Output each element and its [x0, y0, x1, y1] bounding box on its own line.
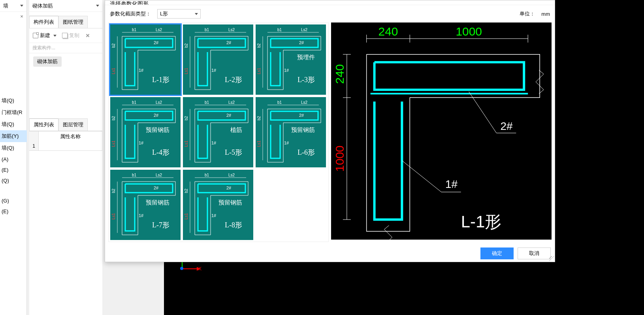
shape-thumbnail[interactable]: b1 Ls2 b2 Ls1 1# 2# L-8形预留钢筋	[183, 170, 253, 240]
svg-text:Ls1: Ls1	[184, 140, 188, 147]
svg-text:2#: 2#	[154, 40, 159, 45]
svg-text:1#: 1#	[139, 213, 144, 218]
svg-text:2#: 2#	[154, 186, 159, 190]
svg-text:b1: b1	[277, 100, 282, 105]
tree-item[interactable]: (G)	[0, 195, 27, 206]
property-header-name: 属性名称	[39, 131, 102, 142]
property-row-value[interactable]	[39, 142, 102, 150]
component-tabs: 构件列表图纸管理	[29, 16, 102, 28]
thumbnail-extra-label: 预留钢筋	[146, 199, 169, 206]
property-row-number: 1	[29, 142, 39, 150]
thumbnail-label: L-6形	[298, 148, 315, 157]
component-toolbar: 新建 复制	[29, 28, 102, 43]
svg-text:b2: b2	[184, 188, 188, 193]
section-type-dropdown[interactable]: L形	[157, 9, 201, 19]
caret-down-icon	[53, 35, 56, 37]
svg-text:b1: b1	[205, 28, 209, 32]
svg-text:b2: b2	[257, 116, 261, 120]
shape-thumbnail[interactable]: b1 Ls2 b2 Ls1 1# 2# L-5形植筋	[183, 97, 253, 167]
tab[interactable]: 图纸管理	[58, 16, 88, 28]
svg-text:b1: b1	[205, 173, 209, 177]
shape-thumbnail[interactable]: b1 Ls2 b2 Ls1 1# 2# L-2形	[183, 24, 253, 95]
axis-x-label: X	[198, 266, 201, 272]
tree-item[interactable]: (E)	[0, 206, 27, 217]
tree-item[interactable]: (A)	[0, 154, 27, 165]
dialog-title: 选择参数化图形	[105, 0, 555, 5]
svg-text:Ls1: Ls1	[111, 213, 116, 219]
left-tree-dropdown-label: 墙	[3, 2, 8, 9]
svg-text:Ls2: Ls2	[301, 100, 308, 105]
svg-text:b2: b2	[257, 43, 261, 48]
svg-text:Ls2: Ls2	[228, 173, 235, 177]
section-type-label: 参数化截面类型：	[110, 10, 151, 17]
cancel-button[interactable]: 取消	[518, 248, 551, 259]
left-tree-dropdown[interactable]: 墙	[0, 0, 26, 12]
svg-text:1#: 1#	[139, 141, 144, 145]
svg-text:b2: b2	[111, 188, 116, 193]
tree-item[interactable]: 加筋(Y)	[0, 130, 27, 142]
preview-pane: 240 1000 240 1000	[331, 22, 552, 240]
svg-line-75	[469, 92, 497, 133]
resize-grip-icon[interactable]	[549, 256, 554, 261]
svg-text:1#: 1#	[211, 68, 217, 73]
tree-item[interactable]	[0, 186, 27, 191]
svg-text:b1: b1	[132, 173, 137, 177]
svg-text:Ls1: Ls1	[111, 140, 116, 147]
thumbnail-extra-label: 预留钢筋	[218, 199, 242, 206]
delete-icon	[85, 33, 90, 38]
left-tree-close-button[interactable]: ×	[19, 13, 25, 19]
search-input[interactable]: 搜索构件...	[29, 43, 102, 53]
shape-thumbnail[interactable]: b1 Ls2 b2 Ls1 1# 2# L-6形预留钢筋	[256, 97, 326, 167]
shape-thumbnail[interactable]: b1 Ls2 b2 Ls1 1# 2# L-7形预留钢筋	[110, 170, 181, 240]
tree-item[interactable]: 墙(Q)	[0, 142, 27, 154]
thumbnail-label: L-4形	[152, 148, 169, 157]
svg-text:1#: 1#	[139, 68, 144, 73]
copy-button-label: 复制	[69, 32, 79, 39]
section-type-value: L形	[160, 10, 168, 17]
svg-line-73	[402, 161, 441, 192]
unit-value: mm	[541, 11, 550, 17]
component-type-label: 砌体加筋	[32, 2, 53, 9]
component-item[interactable]: 砌体加筋	[33, 56, 62, 67]
tree-item[interactable]: 墙(Q)	[0, 95, 27, 107]
tree-item[interactable]	[0, 191, 27, 195]
axis-origin-icon	[180, 267, 183, 270]
dim-ls1: 1000	[333, 146, 346, 172]
shape-thumbnail[interactable]: b1 Ls2 b2 Ls1 1# 2# L-1形	[110, 24, 181, 95]
tab[interactable]: 构件列表	[29, 16, 58, 28]
dim-b2: 240	[333, 64, 346, 84]
svg-text:2#: 2#	[226, 113, 232, 118]
tab[interactable]: 属性列表	[29, 118, 58, 131]
shape-thumbnail[interactable]: b1 Ls2 b2 Ls1 1# 2# L-3形预埋件	[256, 24, 326, 95]
tree-item[interactable]: 门框墙(R	[0, 107, 27, 118]
thumbnail-grid: b1 Ls2 b2 Ls1 1# 2# L-1形 b1 Ls2 b2 Ls1 1…	[108, 22, 329, 242]
shape-thumbnail[interactable]: b1 Ls2 b2 Ls1 1# 2# L-4形预留钢筋	[110, 97, 181, 167]
left-tree-panel: 墙 × 墙(Q)门框墙(R墙(Q)加筋(Y)墙(Q)(A)(E)(Q)(G)(E…	[0, 0, 27, 315]
svg-text:Ls2: Ls2	[156, 100, 162, 105]
new-button[interactable]: 新建	[31, 31, 58, 40]
thumbnail-extra-label: 植筋	[230, 126, 242, 134]
svg-text:Ls1: Ls1	[257, 140, 261, 147]
thumbnail-label: L-1形	[152, 75, 169, 84]
thumbnail-label: L-5形	[225, 148, 242, 157]
bar2-label: 2#	[500, 120, 513, 132]
svg-text:Ls1: Ls1	[257, 68, 261, 74]
ok-button[interactable]: 确定	[480, 248, 514, 259]
caret-down-icon	[20, 5, 23, 7]
thumbnail-label: L-3形	[298, 75, 315, 84]
tree-item[interactable]: (Q)	[0, 175, 27, 186]
delete-button[interactable]	[83, 32, 92, 39]
thumbnail-extra-label: 预留钢筋	[291, 126, 315, 134]
tree-item[interactable]: 墙(Q)	[0, 118, 27, 130]
tree-item[interactable]: (E)	[0, 165, 27, 175]
svg-text:b1: b1	[277, 28, 282, 32]
component-type-dropdown[interactable]: 砌体加筋	[29, 0, 102, 12]
thumbnail-label: L-8形	[225, 220, 242, 230]
copy-button[interactable]: 复制	[60, 31, 81, 40]
svg-text:b1: b1	[132, 100, 137, 105]
thumbnail-extra-label: 预留钢筋	[146, 126, 169, 134]
svg-text:Ls1: Ls1	[111, 68, 116, 74]
tab[interactable]: 图层管理	[58, 118, 88, 131]
unit-label: 单位：	[520, 10, 535, 17]
property-panel: 属性列表图层管理 属性名称 1	[29, 114, 102, 151]
